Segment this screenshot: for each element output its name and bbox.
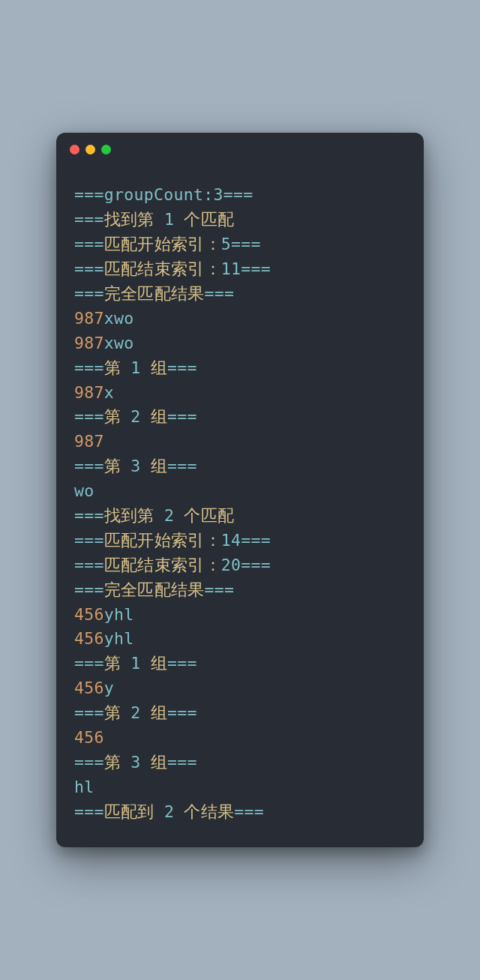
output-segment: === [74, 358, 104, 377]
terminal-window: ===groupCount:3======找到第 1 个匹配===匹配开始索引：… [56, 133, 424, 847]
output-segment: === [241, 556, 271, 574]
output-segment: 1 [164, 210, 174, 229]
output-line: ===groupCount:3=== [74, 183, 406, 208]
output-segment: === [231, 235, 261, 253]
output-segment: 456 [74, 728, 104, 747]
output-segment: 匹配结束索引： [104, 259, 221, 278]
output-line: ===第 1 组=== [74, 652, 406, 676]
output-segment: ===groupCount: [74, 185, 213, 204]
output-line: ===匹配开始索引：5=== [74, 232, 406, 257]
output-segment: 组 [141, 654, 168, 673]
output-segment: 完全匹配结果 [104, 284, 205, 303]
output-segment: 987 [74, 383, 104, 402]
output-line: ===第 2 组=== [74, 405, 406, 430]
output-segment: === [74, 407, 104, 426]
output-segment: 组 [141, 753, 168, 772]
output-line: ===第 1 组=== [74, 356, 406, 381]
output-line: 456 [74, 726, 406, 751]
close-icon[interactable] [70, 145, 80, 154]
output-segment: 匹配结束索引： [104, 556, 221, 574]
output-segment: 组 [141, 457, 168, 475]
output-segment: 匹配到 [104, 802, 164, 821]
output-line: 987xwo [74, 331, 406, 356]
output-segment: 14 [221, 531, 242, 550]
output-segment: xwo [104, 334, 134, 352]
output-segment: yhl [104, 605, 134, 624]
output-segment: === [241, 259, 271, 278]
output-segment: === [167, 753, 197, 772]
window-titlebar [56, 133, 424, 160]
output-segment: 完全匹配结果 [104, 580, 205, 599]
output-segment: === [74, 703, 104, 722]
output-line: ===第 3 组=== [74, 454, 406, 479]
output-segment: === [74, 580, 104, 599]
output-segment: === [167, 654, 197, 673]
output-segment: === [224, 185, 254, 204]
output-segment: 组 [141, 407, 168, 426]
output-segment: x [104, 383, 114, 402]
output-segment: 组 [141, 703, 168, 722]
zoom-icon[interactable] [101, 145, 111, 154]
output-segment: 1 [130, 654, 140, 673]
output-segment: === [241, 531, 271, 550]
output-segment: === [74, 802, 104, 821]
output-line: ===匹配结束索引：20=== [74, 553, 406, 578]
output-segment: === [167, 407, 197, 426]
output-segment: === [74, 531, 104, 550]
output-segment: === [74, 284, 104, 303]
output-segment: 2 [130, 407, 140, 426]
output-line: ===完全匹配结果=== [74, 282, 406, 307]
output-line: ===完全匹配结果=== [74, 578, 406, 603]
output-segment: wo [74, 481, 94, 500]
output-segment: 456 [74, 679, 104, 697]
terminal-output: ===groupCount:3======找到第 1 个匹配===匹配开始索引：… [56, 160, 424, 847]
output-segment: === [167, 358, 197, 377]
output-segment: === [74, 506, 104, 525]
output-segment: === [167, 703, 197, 722]
output-segment: 456 [74, 629, 104, 648]
output-segment: 匹配开始索引： [104, 531, 221, 550]
output-line: ===第 3 组=== [74, 751, 406, 775]
output-segment: 987 [74, 334, 104, 352]
output-line: 456y [74, 676, 406, 701]
output-segment: 11 [221, 259, 242, 278]
output-segment: 找到第 [104, 506, 164, 525]
output-segment: 找到第 [104, 210, 164, 229]
output-segment: === [74, 753, 104, 772]
output-segment: 2 [130, 703, 140, 722]
output-segment: 第 [104, 703, 131, 722]
output-segment: 20 [221, 556, 242, 574]
output-segment: 个结果 [174, 802, 234, 821]
output-segment: 3 [213, 185, 223, 204]
output-line: 456yhl [74, 627, 406, 652]
output-segment: 第 [104, 753, 131, 772]
output-segment: 第 [104, 654, 131, 673]
output-segment: 匹配开始索引： [104, 235, 221, 253]
output-segment: xwo [104, 309, 134, 328]
output-segment: 组 [141, 358, 168, 377]
output-segment: === [74, 654, 104, 673]
output-segment: 987 [74, 432, 104, 451]
output-segment: 1 [130, 358, 140, 377]
output-segment: 第 [104, 407, 131, 426]
output-line: ===匹配开始索引：14=== [74, 529, 406, 553]
output-line: wo [74, 479, 406, 504]
output-line: ===找到第 1 个匹配 [74, 208, 406, 232]
output-line: 456yhl [74, 603, 406, 628]
output-line: ===匹配结束索引：11=== [74, 257, 406, 282]
output-line: hl [74, 775, 406, 800]
output-segment: 3 [130, 753, 140, 772]
output-segment: 个匹配 [174, 210, 234, 229]
output-segment: === [167, 457, 197, 475]
output-segment: === [205, 580, 235, 599]
output-segment: 456 [74, 605, 104, 624]
minimize-icon[interactable] [86, 145, 95, 154]
output-segment: 个匹配 [174, 506, 234, 525]
output-segment: === [74, 235, 104, 253]
output-segment: 第 [104, 457, 131, 475]
output-segment: === [74, 556, 104, 574]
output-segment: 3 [130, 457, 140, 475]
output-segment: === [234, 802, 264, 821]
output-line: ===第 2 组=== [74, 701, 406, 726]
output-segment: 2 [164, 506, 174, 525]
